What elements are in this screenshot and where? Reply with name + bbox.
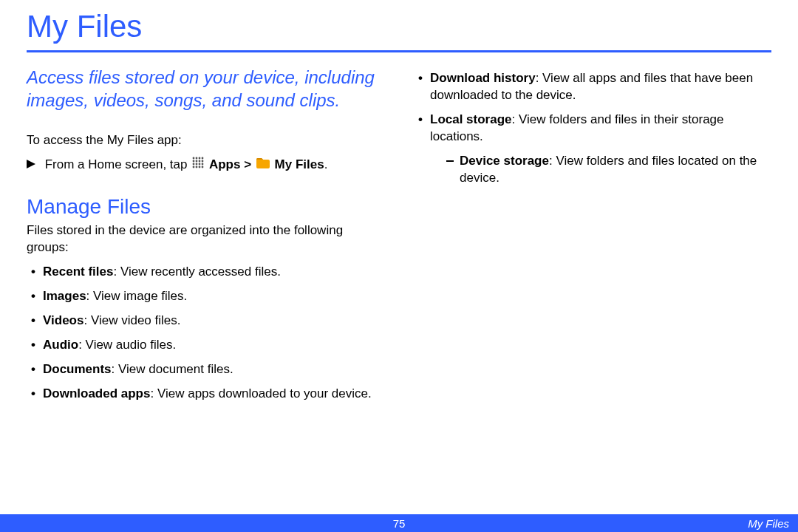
- footer: 75 My Files: [0, 514, 798, 532]
- term: Local storage: [430, 112, 512, 126]
- section-intro: Files stored in the device are organized…: [27, 222, 384, 256]
- desc: : View video files.: [83, 313, 180, 327]
- term: Recent files: [43, 265, 113, 279]
- title-underline: [27, 50, 771, 52]
- page: My Files Access files stored on your dev…: [0, 0, 798, 532]
- list-item: Download history: View all apps and file…: [414, 70, 771, 104]
- svg-point-8: [202, 160, 204, 163]
- section-heading: Manage Files: [27, 193, 384, 221]
- access-instruction: From a Home screen, tap Apps >: [27, 157, 384, 174]
- svg-point-7: [199, 160, 201, 163]
- list-item: Videos: View video files.: [27, 313, 384, 330]
- apps-grid-icon: [192, 157, 204, 174]
- list-item: Local storage: View folders and files in…: [414, 112, 771, 187]
- term: Documents: [43, 362, 112, 376]
- svg-point-6: [196, 160, 198, 163]
- svg-point-13: [193, 166, 195, 168]
- svg-point-3: [199, 157, 201, 160]
- svg-point-10: [196, 163, 198, 166]
- period: .: [324, 157, 328, 171]
- desc: : View recently accessed files.: [113, 265, 280, 279]
- list-item: Recent files: View recently accessed fil…: [27, 264, 384, 281]
- folder-icon: [256, 157, 270, 174]
- svg-point-16: [202, 166, 204, 168]
- svg-point-15: [199, 166, 201, 168]
- arrow-icon: [27, 157, 35, 174]
- svg-point-14: [196, 166, 198, 168]
- intro-text: Access files stored on your device, incl…: [27, 66, 384, 112]
- svg-point-11: [199, 163, 201, 166]
- desc: : View apps downloaded to your device.: [150, 386, 371, 400]
- page-title: My Files: [27, 0, 771, 44]
- term: Downloaded apps: [43, 386, 150, 400]
- svg-point-9: [193, 163, 195, 166]
- access-label: To access the My Files app:: [27, 132, 384, 149]
- svg-point-4: [202, 157, 204, 160]
- list-item: Images: View image files.: [27, 288, 384, 305]
- desc: : View audio files.: [78, 338, 176, 352]
- list-item: Device storage: View folders and files l…: [430, 153, 771, 187]
- svg-point-12: [202, 163, 204, 166]
- term: Images: [43, 289, 86, 303]
- sub-list: Device storage: View folders and files l…: [430, 153, 771, 187]
- list-item: Downloaded apps: View apps downloaded to…: [27, 386, 384, 403]
- gt: >: [244, 157, 251, 171]
- svg-marker-0: [27, 160, 35, 168]
- apps-label: Apps: [209, 157, 241, 171]
- instruction-prefix: From a Home screen, tap: [45, 157, 188, 171]
- svg-point-2: [196, 157, 198, 160]
- svg-point-5: [193, 160, 195, 163]
- term: Audio: [43, 338, 78, 352]
- group-list-left: Recent files: View recently accessed fil…: [27, 264, 384, 403]
- term: Device storage: [460, 154, 549, 168]
- term: Videos: [43, 313, 83, 327]
- term: Download history: [430, 71, 536, 85]
- page-number: 75: [393, 517, 406, 530]
- list-item: Documents: View document files.: [27, 361, 384, 378]
- columns: Access files stored on your device, incl…: [27, 63, 771, 410]
- group-list-right: Download history: View all apps and file…: [414, 70, 771, 187]
- footer-section: My Files: [748, 517, 789, 530]
- desc: : View image files.: [86, 289, 188, 303]
- svg-point-1: [193, 157, 195, 160]
- list-item: Audio: View audio files.: [27, 337, 384, 354]
- my-files-label: My Files: [275, 157, 324, 171]
- left-column: Access files stored on your device, incl…: [27, 63, 384, 410]
- right-column: Download history: View all apps and file…: [414, 63, 771, 410]
- desc: : View document files.: [112, 362, 233, 376]
